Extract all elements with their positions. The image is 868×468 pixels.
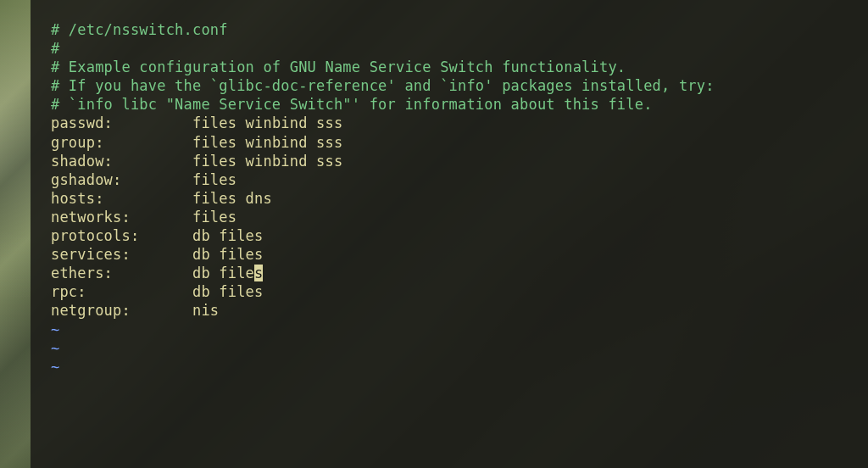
entry-pad — [104, 190, 192, 207]
comment-line: # If you have the `glibc-doc-reference' … — [51, 76, 851, 95]
entry-pad — [104, 134, 192, 151]
entry-val: db files — [192, 246, 263, 263]
terminal-editor[interactable]: # /etc/nsswitch.conf## Example configura… — [31, 0, 868, 468]
entry-key: passwd: — [51, 114, 113, 131]
entry-key: shadow: — [51, 153, 113, 170]
entry-val: db files — [192, 283, 263, 300]
entry-pad — [113, 114, 192, 131]
comment-line: # `info libc "Name Service Switch"' for … — [51, 95, 851, 114]
entry-key: ethers: — [51, 265, 113, 281]
entry-pad — [131, 246, 192, 263]
entry-netgroup: netgroup: nis — [51, 301, 851, 320]
entry-key: protocols: — [51, 227, 139, 244]
entry-pad — [131, 302, 192, 319]
entry-pad — [139, 227, 192, 244]
vim-empty-line: ~ — [51, 358, 851, 376]
vim-empty-line: ~ — [51, 320, 851, 339]
entry-key: group: — [51, 134, 104, 151]
entry-gshadow: gshadow: files — [51, 170, 851, 189]
entry-val: files winbind sss — [192, 153, 342, 170]
entry-pad — [113, 153, 192, 170]
entry-ethers: ethers: db files — [51, 264, 851, 282]
entry-val: files dns — [192, 190, 272, 207]
vim-empty-line: ~ — [51, 339, 851, 358]
entry-pad — [86, 283, 192, 300]
entry-key: gshadow: — [51, 171, 121, 188]
entry-val: files — [192, 209, 236, 226]
entry-group: group: files winbind sss — [51, 133, 851, 152]
entry-key: services: — [51, 246, 131, 263]
entry-passwd: passwd: files winbind sss — [51, 114, 851, 132]
entry-val: files — [192, 171, 236, 188]
entry-shadow: shadow: files winbind sss — [51, 152, 851, 170]
entry-val: nis — [192, 302, 219, 319]
entry-hosts: hosts: files dns — [51, 189, 851, 208]
text-cursor: s — [254, 265, 263, 281]
entry-key: rpc: — [51, 283, 86, 300]
entry-val: db files — [192, 227, 263, 244]
entry-key: hosts: — [51, 190, 104, 207]
entry-key: netgroup: — [51, 302, 131, 319]
entry-val: files winbind sss — [192, 114, 342, 131]
comment-line: # Example configuration of GNU Name Serv… — [51, 58, 851, 76]
entry-val-pre: db file — [192, 265, 254, 281]
entry-rpc: rpc: db files — [51, 282, 851, 301]
entry-services: services: db files — [51, 245, 851, 264]
entry-key: networks: — [51, 209, 131, 226]
entry-protocols: protocols: db files — [51, 226, 851, 245]
entry-networks: networks: files — [51, 208, 851, 226]
comment-line: # /etc/nsswitch.conf — [51, 20, 851, 39]
comment-line: # — [51, 39, 851, 58]
entry-pad — [131, 209, 192, 226]
entry-pad — [113, 265, 192, 281]
entry-pad — [121, 171, 192, 188]
entry-val: files winbind sss — [192, 134, 342, 151]
